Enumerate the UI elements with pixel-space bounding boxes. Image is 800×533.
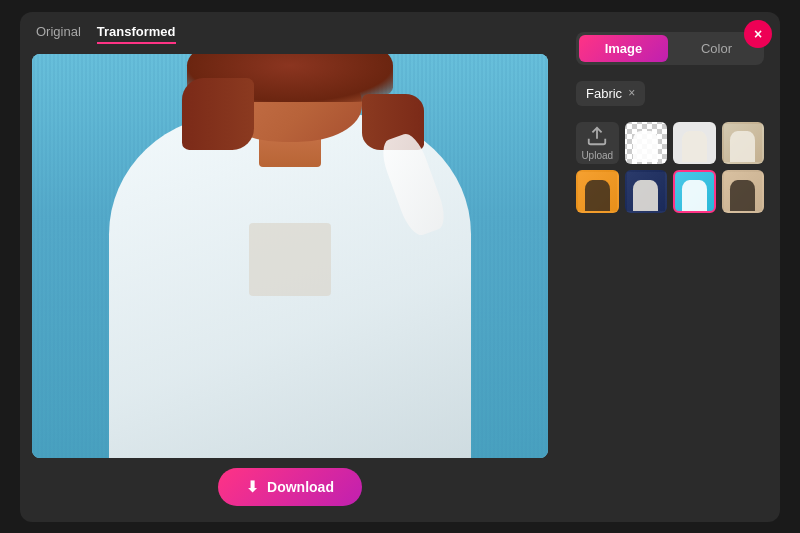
filter-tag: Fabric × <box>576 81 645 106</box>
thumb-person-overlay <box>675 124 714 163</box>
download-icon: ⬇ <box>246 478 259 496</box>
preview-image <box>32 54 548 458</box>
upload-button[interactable]: Upload <box>576 122 619 165</box>
thumb-person-overlay <box>627 124 666 163</box>
download-label: Download <box>267 479 334 495</box>
tab-transformed[interactable]: Transformed <box>97 24 176 44</box>
upload-label: Upload <box>581 150 613 161</box>
thumbnail-orange[interactable] <box>576 170 619 213</box>
download-area: ⬇ Download <box>32 458 548 510</box>
thumb-person-overlay <box>724 124 763 163</box>
thumb-person-overlay <box>578 172 617 211</box>
filter-tag-label: Fabric <box>586 86 622 101</box>
thumb-person-overlay <box>627 172 666 211</box>
thumbnail-cyan[interactable] <box>673 170 716 213</box>
thumbnail-navy[interactable] <box>625 170 668 213</box>
download-button[interactable]: ⬇ Download <box>218 468 362 506</box>
thumb-person-overlay <box>724 172 763 211</box>
thumbnail-checker[interactable] <box>625 122 668 165</box>
mode-tabs-container: Image Color <box>576 32 764 65</box>
view-tabs: Original Transformed <box>32 24 548 44</box>
upload-icon <box>586 125 608 147</box>
close-button[interactable]: × <box>744 20 772 48</box>
mode-tab-image[interactable]: Image <box>579 35 668 62</box>
thumbnail-white[interactable] <box>673 122 716 165</box>
thumbnail-texture[interactable] <box>722 122 765 165</box>
thumbnail-grid: Upload <box>576 122 764 213</box>
modal: × Original Transformed <box>20 12 780 522</box>
thumbnail-beige[interactable] <box>722 170 765 213</box>
left-panel: Original Transformed <box>20 12 560 522</box>
right-panel: Image Color Fabric × Upload <box>560 12 780 522</box>
thumb-person-overlay <box>675 172 714 211</box>
tab-original[interactable]: Original <box>36 24 81 44</box>
filter-remove-button[interactable]: × <box>628 86 635 100</box>
